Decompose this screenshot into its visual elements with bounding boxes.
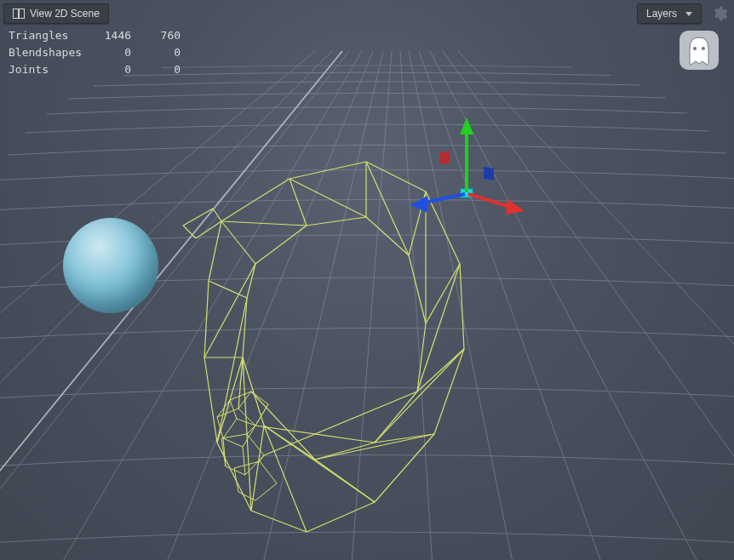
- svg-marker-55: [460, 117, 473, 134]
- svg-rect-63: [14, 9, 19, 19]
- svg-line-58: [424, 194, 465, 203]
- mesh-stats-overlay: Triangles 1446 760 Blendshapes 0 0 Joint…: [9, 27, 186, 78]
- gizmo-y-axis[interactable]: [460, 117, 473, 192]
- svg-point-62: [702, 47, 705, 50]
- stat-label: Joints: [9, 61, 87, 78]
- svg-line-37: [204, 264, 255, 357]
- stat-label: Triangles: [9, 27, 87, 44]
- viewport-toolbar: View 2D Scene Layers: [3, 3, 731, 24]
- stat-col2: 0: [136, 61, 186, 78]
- stat-col1: 0: [87, 44, 136, 61]
- stat-row-joints: Joints 0 0: [9, 61, 186, 78]
- svg-marker-59: [410, 196, 427, 213]
- svg-line-34: [264, 426, 375, 502]
- svg-line-48: [264, 391, 417, 455]
- scene-orientation-gizmo[interactable]: [674, 26, 724, 75]
- stat-col1: 1446: [87, 27, 136, 44]
- svg-line-51: [183, 209, 213, 226]
- svg-line-22: [264, 426, 307, 532]
- svg-point-61: [693, 47, 697, 50]
- stat-label: Blendshapes: [9, 44, 87, 61]
- gizmo-yz-plane[interactable]: [439, 151, 450, 165]
- layers-dropdown[interactable]: Layers: [637, 3, 702, 24]
- svg-line-45: [223, 419, 237, 438]
- view-2d-scene-label: View 2D Scene: [30, 8, 100, 20]
- scene-sphere[interactable]: [63, 218, 158, 313]
- svg-line-56: [468, 194, 513, 208]
- gizmo-z-axis[interactable]: [410, 194, 465, 213]
- stat-col2: 760: [136, 27, 186, 44]
- svg-line-53: [213, 209, 221, 221]
- svg-line-41: [260, 455, 264, 461]
- svg-rect-64: [20, 9, 25, 19]
- svg-line-32: [375, 349, 464, 443]
- stat-col2: 0: [136, 44, 186, 61]
- svg-line-23: [251, 426, 264, 511]
- scene-2d-icon: [13, 9, 25, 19]
- svg-line-27: [221, 221, 307, 226]
- stat-row-blendshapes: Blendshapes 0 0: [9, 44, 186, 61]
- svg-line-50: [196, 221, 221, 238]
- svg-line-14: [221, 221, 255, 264]
- svg-marker-57: [506, 199, 525, 214]
- transform-move-gizmo[interactable]: [399, 114, 535, 250]
- viewport-settings-button[interactable]: [708, 3, 731, 25]
- svg-line-52: [183, 226, 196, 238]
- layers-label: Layers: [646, 8, 677, 20]
- chevron-down-icon: [685, 12, 692, 16]
- view-2d-scene-button[interactable]: View 2D Scene: [3, 3, 109, 24]
- gizmo-x-axis[interactable]: [468, 194, 525, 214]
- svg-line-42: [243, 447, 245, 475]
- svg-line-20: [375, 434, 434, 443]
- stat-row-triangles: Triangles 1446 760: [9, 27, 186, 44]
- gizmo-xy-plane[interactable]: [484, 167, 494, 180]
- stat-col1: 0: [87, 61, 136, 78]
- gear-icon: [711, 5, 728, 22]
- scene-viewport[interactable]: View 2D Scene Layers Triangles 1446 760 …: [0, 0, 734, 560]
- svg-line-33: [315, 434, 434, 460]
